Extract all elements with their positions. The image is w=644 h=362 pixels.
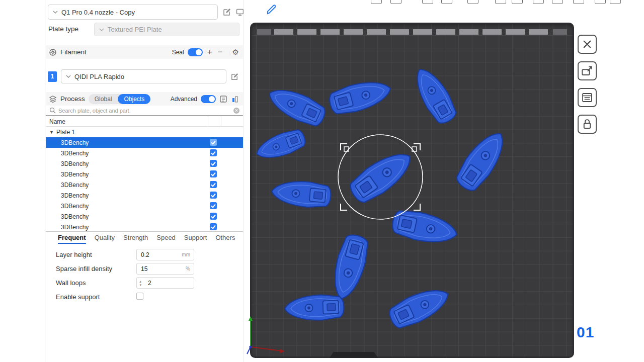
process-section-header: Process Global Objects Advanced [46,92,243,106]
top-toolbar-partial [244,0,644,7]
compare-columns-icon[interactable] [231,95,239,103]
clear-search-icon[interactable]: ✕ [233,108,239,114]
param-label: Layer height [56,251,92,258]
tree-item-plate[interactable]: ▼ Plate 1 [46,127,243,137]
filament-slot-badge[interactable]: 1 [48,71,57,82]
toolbar-icon-partial[interactable] [533,0,544,4]
printer-row: Q1 Pro 0.4 nozzle - Copy [46,5,243,21]
qidi-studio-window: Q1 Pro 0.4 nozzle - Copy Plate type Text… [0,0,644,362]
tree-item-label: 3DBenchy [46,192,89,199]
toolbar-icon-partial[interactable] [467,0,478,4]
toolbar-icon-partial[interactable] [610,0,621,4]
visibility-checkbox[interactable] [210,181,217,188]
tab-frequent[interactable]: Frequent [58,232,86,243]
toolbar-icon-partial[interactable] [552,0,563,4]
param-list-icon[interactable] [219,95,227,103]
plate-number[interactable]: 01 [577,324,594,341]
visibility-checkbox[interactable] [210,192,217,199]
printer-select[interactable]: Q1 Pro 0.4 nozzle - Copy [48,5,218,20]
toolbar-icon-partial[interactable] [371,0,382,4]
filament-select[interactable]: QIDI PLA Rapido [61,69,226,83]
axis-gizmo [244,314,294,362]
printer-edit-icon[interactable] [222,8,231,17]
auto-orient-button[interactable] [578,61,597,80]
scope-segmented-control: Global Objects [89,94,150,104]
unit-label: mm [182,252,190,257]
visibility-checkbox[interactable] [210,213,217,220]
process-title: Process [60,95,85,103]
toolbar-icon-partial[interactable] [573,0,584,4]
tree-item-label: 3DBenchy [46,182,89,189]
toolbar-icon-partial[interactable] [441,0,452,4]
scope-objects-option[interactable]: Objects [118,94,150,104]
tree-item-benchy[interactable]: 3DBenchy [46,201,243,211]
tree-item-benchy[interactable]: 3DBenchy [46,169,243,179]
param-input[interactable]: 15% [136,263,194,275]
caret-down-icon[interactable]: ▼ [49,130,54,135]
filament-settings-gear-icon[interactable]: ⚙ [232,48,239,57]
toolbar-icon-partial[interactable] [512,0,523,4]
filament-icon [49,48,57,56]
printer-name: Q1 Pro 0.4 nozzle - Copy [61,9,135,16]
chevron-down-icon [53,10,58,14]
chevron-down-icon [99,28,104,32]
param-spinner[interactable]: ▴▾2 [136,277,194,289]
seal-toggle[interactable] [188,48,203,56]
tab-support[interactable]: Support [184,232,207,243]
visibility-checkbox[interactable] [210,223,217,230]
visibility-checkbox[interactable] [210,202,217,209]
tree-item-benchy[interactable]: 3DBenchy [46,148,243,158]
tree-item-benchy[interactable]: 3DBenchy [46,211,243,222]
draw-pencil-icon[interactable] [266,4,278,16]
tab-strength[interactable]: Strength [123,232,148,243]
chevron-down-icon [66,74,71,78]
tab-others[interactable]: Others [215,232,235,243]
advanced-label: Advanced [171,96,197,103]
close-button[interactable] [578,35,597,54]
tab-quality[interactable]: Quality [95,232,115,243]
plate-label: Plate 1 [56,129,75,136]
tree-item-benchy[interactable]: 3DBenchy [46,137,243,148]
add-filament-button[interactable]: + [206,48,213,56]
visibility-checkbox[interactable] [210,139,217,146]
plate-strip-right [553,29,567,35]
tree-item-benchy[interactable]: 3DBenchy [46,179,243,190]
visibility-checkbox[interactable] [210,170,217,177]
tab-speed[interactable]: Speed [156,232,176,243]
auto-orient-icon [579,63,595,79]
build-plate[interactable] [250,23,574,358]
remove-filament-button[interactable]: − [217,48,224,56]
toolbar-icon-partial[interactable] [390,0,401,4]
visibility-checkbox[interactable] [210,149,217,156]
toolbar-icon-partial[interactable] [495,0,506,4]
lock-button[interactable] [578,115,597,134]
tree-item-label: 3DBenchy [46,150,89,157]
tree-item-benchy[interactable]: 3DBenchy [46,222,243,231]
tree-item-label: 3DBenchy [46,139,89,146]
plate-top-strip [274,29,550,35]
visibility-checkbox[interactable] [210,160,217,167]
toolbar-icon-partial[interactable] [595,0,606,4]
param-checkbox[interactable] [136,293,143,300]
toolbar-icon-partial[interactable] [422,0,433,4]
param-tabs: FrequentQualityStrengthSpeedSupportOther… [46,231,243,244]
tree-item-label: 3DBenchy [46,171,89,178]
tree-item-label: 3DBenchy [46,213,89,220]
plate-type-select[interactable]: Textured PEI Plate [94,23,239,36]
lock-icon [579,116,595,132]
filament-edit-icon[interactable] [230,72,239,81]
object-tree-rows: 3DBenchy3DBenchy3DBenchy3DBenchy3DBenchy… [46,137,243,231]
spinner-arrows-icon[interactable]: ▴▾ [139,280,141,287]
tree-item-benchy[interactable]: 3DBenchy [46,190,243,201]
object-tree: ▼ Plate 1 3DBenchy3DBenchy3DBenchy3DBenc… [46,127,243,231]
search-icon [49,107,56,114]
tree-item-benchy[interactable]: 3DBenchy [46,158,243,169]
param-input[interactable]: 0.2mm [136,249,194,260]
advanced-toggle[interactable] [201,95,216,103]
viewport-3d[interactable]: 01 [244,0,644,362]
scope-global-option[interactable]: Global [89,94,118,104]
param-label: Sparse infill density [56,265,112,273]
search-input[interactable] [58,108,231,114]
plate-type-value: Textured PEI Plate [108,26,162,33]
arrange-button[interactable] [578,88,597,107]
